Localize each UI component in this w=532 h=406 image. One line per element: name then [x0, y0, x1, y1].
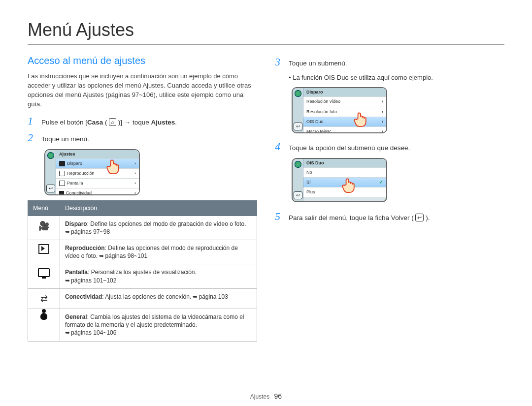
mock-menu-ajustes: ↩ Ajustes Disparo› Reproducción› Pantall…: [44, 149, 140, 195]
mock-menu-oisduo: ↩ OIS Duo No Sí✔ Plus: [292, 158, 387, 202]
step-3: 3 Toque un submenú.: [275, 57, 504, 68]
table-row: ⇄ Conectividad: Ajusta las opciones de c…: [28, 288, 257, 309]
section-heading: Acceso al menú de ajustes: [28, 54, 257, 68]
step-4-text: Toque la opción del submenú que desee.: [289, 141, 410, 153]
gear-icon: [47, 152, 54, 159]
connectivity-icon: ⇄: [40, 294, 48, 304]
mock3-row: Resolución foto›: [303, 107, 386, 117]
back-icon: ↩: [294, 123, 302, 130]
step-1: 1 Pulse el botón [Casa ( ⌂ )] → toque Aj…: [28, 116, 257, 127]
home-icon: ⌂: [109, 118, 116, 126]
title-rule: [28, 44, 504, 45]
person-icon: [40, 313, 47, 320]
right-column: 3 Toque un submenú. • La función OIS Duo…: [275, 54, 504, 342]
step-2: 2 Toque un menú.: [28, 132, 257, 144]
step-number-1: 1: [28, 116, 36, 126]
th-menu: Menú: [28, 200, 60, 216]
mock3-title: Disparo: [303, 88, 386, 96]
mock2-row-pantalla: Pantalla›: [56, 178, 139, 188]
page-footer: Ajustes 96: [0, 392, 532, 400]
screen-icon: [38, 268, 50, 277]
back-icon: ↩: [46, 185, 55, 192]
menu-description-table: Menú Descripción 🎥 Disparo: Define las o…: [28, 200, 257, 342]
back-icon: ↩: [294, 191, 302, 199]
mock3-row: Macro telesc›: [303, 126, 386, 134]
footer-page-number: 96: [274, 392, 282, 400]
table-row: Pantalla: Personaliza los ajustes de vis…: [28, 264, 257, 288]
mock4-title: OIS Duo: [303, 159, 386, 167]
mock4-row-plus: Plus: [303, 187, 386, 197]
left-column: Acceso al menú de ajustes Las instruccio…: [28, 54, 257, 342]
step-5: 5 Para salir del menú, toque la ficha Vo…: [275, 211, 504, 223]
step-number-2: 2: [28, 132, 36, 143]
step-number-3: 3: [275, 57, 284, 67]
step-1-text: Pulse el botón [Casa ( ⌂ )] → toque Ajus…: [41, 116, 177, 127]
play-icon: [38, 244, 49, 254]
mock3-row-oisduo: OIS Duo›: [303, 117, 386, 126]
mock2-row-disparo: Disparo›: [56, 158, 139, 168]
mock2-title: Ajustes: [56, 150, 139, 158]
step-3-bullet: • La función OIS Duo se utiliza aquí com…: [289, 73, 504, 83]
step-number-4: 4: [275, 141, 284, 152]
table-row: Reproducción: Define las opciones del mo…: [28, 240, 257, 264]
mock3-row: Resolución vídeo›: [303, 96, 386, 106]
mock2-row-reproduccion: Reproducción›: [56, 168, 139, 178]
step-number-5: 5: [275, 211, 284, 222]
mock-menu-disparo: ↩ Disparo Resolución vídeo› Resolución f…: [292, 87, 387, 133]
back-key-icon: ↩: [415, 214, 424, 221]
mock2-row-conectividad: ⇄Conectividad›: [56, 188, 139, 195]
gear-icon: [295, 161, 301, 168]
mock4-row-si: Sí✔: [303, 177, 386, 187]
table-row: General: Cambia los ajustes del sistema …: [28, 309, 257, 342]
step-2-text: Toque un menú.: [41, 132, 89, 144]
mock4-row-no: No: [303, 167, 386, 177]
step-3-text: Toque un submenú.: [289, 57, 347, 68]
th-desc: Descripción: [60, 200, 257, 216]
camcorder-icon: 🎥: [38, 221, 49, 231]
intro-paragraph: Las instrucciones que se incluyen a cont…: [28, 72, 257, 109]
gear-icon: [295, 90, 301, 97]
table-row: 🎥 Disparo: Define las opciones del modo …: [28, 216, 257, 240]
footer-section: Ajustes: [250, 393, 269, 400]
step-4: 4 Toque la opción del submenú que desee.: [275, 141, 504, 153]
page-title: Menú Ajustes: [28, 20, 504, 40]
step-5-text: Para salir del menú, toque la ficha Volv…: [289, 211, 430, 223]
